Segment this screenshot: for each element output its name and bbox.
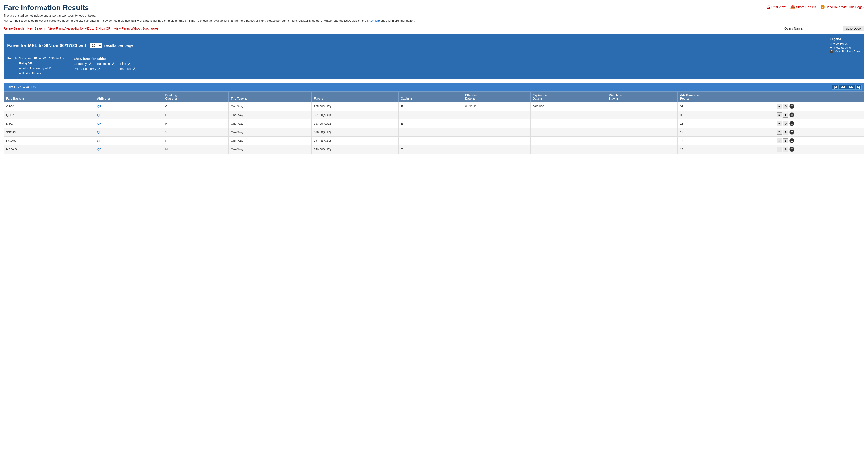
cell-fare: 501.00(AUD) [311, 111, 399, 119]
sort-icon-expiration-date[interactable]: ⊞ [540, 97, 542, 100]
cell-actions: ≡ ❖ C [774, 136, 864, 145]
cell-adv-purchase-req: 03 [678, 111, 774, 119]
search-line-3: Viewing in currency AUD [19, 67, 51, 70]
query-name-input[interactable] [805, 26, 841, 31]
view-routing-button[interactable]: ❖ [783, 147, 788, 152]
sort-icon-airline[interactable]: ⊞ [108, 97, 110, 100]
cell-actions: ≡ ❖ C [774, 102, 864, 111]
results-per-page-select[interactable]: 20 50 100 [90, 43, 102, 48]
table-row: QSOA QF Q One-Way 501.00(AUD) E 03 ≡ ❖ C [4, 111, 864, 119]
info-icon-fare[interactable]: ℹ [322, 97, 322, 100]
banner-top: Fares for MEL to SIN on 06/17/20 with 20… [7, 37, 861, 54]
business-checkbox[interactable] [111, 62, 115, 65]
search-line-2: Flying QF [19, 62, 32, 65]
view-rules-button[interactable]: ≡ [777, 104, 782, 109]
cell-fare-basis: OSOA [4, 102, 95, 111]
legend-routing-label: View Routing [834, 46, 851, 49]
col-actions [774, 91, 864, 102]
cell-min-max-stay [606, 145, 678, 153]
fares-header: Fares • 1 to 20 of 27 |◀ ◀◀ ▶▶ ▶| [4, 83, 864, 91]
first-checkbox[interactable] [127, 62, 131, 65]
view-rules-button[interactable]: ≡ [777, 130, 782, 135]
fares-count: • 1 to 20 of 27 [18, 85, 36, 89]
cell-adv-purchase-req: 13 [678, 145, 774, 153]
cell-adv-purchase-req: 07 [678, 102, 774, 111]
sort-icon-effective-date[interactable]: ⊞ [473, 97, 475, 100]
view-booking-class-button[interactable]: C [789, 147, 794, 152]
prev-page-button[interactable]: ◀◀ [839, 85, 847, 90]
view-booking-class-button[interactable]: C [789, 112, 794, 117]
help-link[interactable]: ? Need Help With This Page? [820, 5, 865, 9]
sort-icon-adv-purchase-req[interactable]: ⊞ [687, 97, 689, 100]
prem-first-label: Prem. First [116, 67, 131, 70]
query-section: Query Name: Save Query [784, 26, 864, 31]
cell-trip-type: One-Way [228, 136, 311, 145]
view-rules-button[interactable]: ≡ [777, 147, 782, 152]
sort-icon-min-max-stay[interactable]: ⊞ [616, 97, 618, 100]
legend: Legend ≡ View Rules ❖ View Routing C Vie… [830, 37, 861, 54]
sort-icon-cabin[interactable]: ⊞ [410, 97, 412, 100]
prem-economy-label: Prem. Economy [74, 67, 96, 70]
airline-link[interactable]: QF [97, 139, 101, 142]
share-results-link[interactable]: 📤 Share Results [790, 4, 816, 9]
first-page-button[interactable]: |◀ [832, 85, 838, 90]
cell-trip-type: One-Way [228, 145, 311, 153]
view-routing-button[interactable]: ❖ [783, 130, 788, 135]
last-page-button[interactable]: ▶| [855, 85, 862, 90]
airline-link[interactable]: QF [97, 148, 101, 151]
view-rules-button[interactable]: ≡ [777, 112, 782, 117]
view-routing-button[interactable]: ❖ [783, 121, 788, 126]
view-fares-without-surcharges-link[interactable]: View Fares Without Surcharges [114, 27, 158, 30]
view-booking-class-button[interactable]: C [789, 104, 794, 109]
col-trip-type: Trip Type ⊞ [228, 91, 311, 102]
rules-icon: ≡ [778, 122, 780, 125]
cell-airline: QF [95, 111, 163, 119]
view-routing-button[interactable]: ❖ [783, 113, 788, 118]
cell-effective-date: 04/20/20 [463, 102, 530, 111]
save-query-button[interactable]: Save Query [843, 26, 864, 31]
view-routing-button[interactable]: ❖ [783, 138, 788, 143]
economy-checkbox[interactable] [88, 62, 92, 65]
sort-icon-fare-basis[interactable]: ⊞ [22, 97, 24, 100]
rules-icon: ≡ [778, 139, 780, 142]
view-routing-button[interactable]: ❖ [783, 104, 788, 109]
faq-link[interactable]: FAQ/Help [367, 19, 380, 22]
new-search-link[interactable]: New Search [27, 27, 44, 30]
search-label: Search: [7, 57, 18, 60]
help-icon: ? [820, 5, 825, 9]
banner-title-prefix: Fares for MEL to SIN on 06/17/20 with [7, 43, 88, 48]
view-booking-class-button[interactable]: C [789, 138, 794, 143]
booking-class-action-icon: C [791, 131, 793, 134]
prem-economy-checkbox[interactable] [97, 67, 101, 70]
sort-icon-trip-type[interactable]: ⊞ [245, 97, 247, 100]
airline-link[interactable]: QF [97, 105, 101, 108]
view-booking-class-button[interactable]: C [789, 121, 794, 126]
airline-link[interactable]: QF [97, 113, 101, 117]
cabin-rows: Economy Business First Prem. Economy [74, 62, 135, 70]
sort-icon-booking-class[interactable]: ⊞ [175, 97, 177, 100]
view-rules-button[interactable]: ≡ [777, 121, 782, 126]
cell-trip-type: One-Way [228, 128, 311, 136]
cabin-selection: Show fares for cabins: Economy Business … [74, 57, 135, 70]
cell-cabin: E [399, 119, 463, 128]
routing-icon: ❖ [784, 131, 787, 134]
legend-view-rules: ≡ View Rules [830, 42, 861, 46]
view-flight-availability-link[interactable]: View Flight Availability for MEL to SIN … [48, 27, 110, 30]
view-booking-class-button[interactable]: C [789, 130, 794, 135]
refine-search-link[interactable]: Refine Search [4, 27, 24, 30]
view-rules-button[interactable]: ≡ [777, 138, 782, 143]
print-view-link[interactable]: 🖨 Print View [767, 5, 786, 9]
cell-effective-date [463, 128, 530, 136]
col-booking-class: BookingClass ⊞ [163, 91, 228, 102]
col-cabin: Cabin ⊞ [399, 91, 463, 102]
legend-view-booking-class: C View Booking Class [830, 50, 861, 53]
cell-airline: QF [95, 119, 163, 128]
cell-expiration-date [530, 111, 606, 119]
cell-cabin: E [399, 136, 463, 145]
airline-link[interactable]: QF [97, 131, 101, 134]
cell-actions: ≡ ❖ C [774, 119, 864, 128]
prem-first-checkbox[interactable] [132, 67, 135, 70]
next-page-button[interactable]: ▶▶ [847, 85, 855, 90]
cell-cabin: E [399, 102, 463, 111]
airline-link[interactable]: QF [97, 122, 101, 125]
